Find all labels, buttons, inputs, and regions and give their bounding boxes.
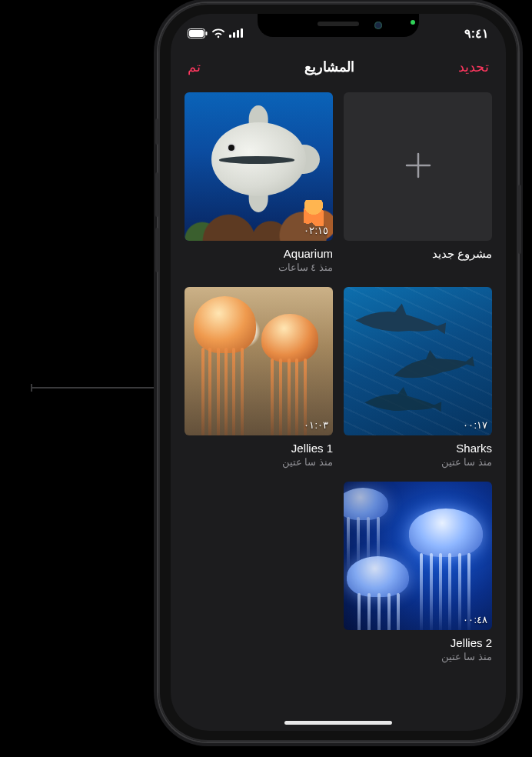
project-title: Aquarium <box>185 247 333 260</box>
thumbnail-image <box>344 482 492 630</box>
project-sharks: ٠٠:١٧ Sharks منذ سا عتين <box>344 287 492 468</box>
project-thumbnail[interactable]: ٠٠:٤٨ <box>344 482 492 630</box>
duration-label: ٠٢:١٥ <box>304 225 328 236</box>
thumbnail-image <box>185 287 333 435</box>
wifi-icon <box>211 28 225 38</box>
home-indicator[interactable] <box>284 721 392 725</box>
select-button[interactable]: تحديد <box>458 58 489 75</box>
project-subtitle: منذ سا عتين <box>344 651 492 662</box>
projects-grid: مشروع جديد ٠٢:١٥ Aquarium منذ ٤ ساعات <box>171 85 506 662</box>
plus-icon <box>402 149 434 185</box>
project-thumbnail[interactable]: ٠٠:١٧ <box>344 287 492 435</box>
duration-label: ٠١:٠٣ <box>304 419 328 431</box>
project-thumbnail[interactable]: ٠٢:١٥ <box>185 92 333 241</box>
power-button <box>518 185 521 254</box>
thumbnail-image <box>344 287 492 435</box>
privacy-indicator-dot <box>411 20 415 25</box>
done-button[interactable]: تم <box>188 58 201 75</box>
mute-switch <box>155 118 158 145</box>
notch <box>258 14 419 37</box>
front-camera <box>374 22 382 29</box>
volume-down-button <box>155 228 158 272</box>
duration-label: ٠٠:١٧ <box>463 419 487 431</box>
project-subtitle: منذ ٤ ساعات <box>185 262 333 273</box>
project-thumbnail[interactable]: ٠١:٠٣ <box>185 287 333 435</box>
svg-rect-2 <box>206 32 208 35</box>
project-title: Sharks <box>344 442 492 455</box>
screen: ٩:٤١ تحديد المشاريع تم مشروع جد <box>171 14 506 731</box>
new-project-cell: مشروع جديد <box>344 92 492 273</box>
duration-label: ٠٠:٤٨ <box>463 614 487 625</box>
new-project-button[interactable] <box>344 92 492 241</box>
page-title: المشاريع <box>304 58 354 75</box>
navigation-bar: تحديد المشاريع تم <box>171 48 506 85</box>
project-subtitle: منذ سا عتين <box>185 456 333 468</box>
speaker-grille <box>318 22 359 26</box>
project-title: Jellies 2 <box>344 636 492 649</box>
new-project-label: مشروع جديد <box>344 247 492 261</box>
cellular-bars-icon <box>229 28 243 38</box>
thumbnail-image <box>185 92 333 241</box>
svg-rect-1 <box>189 30 204 37</box>
project-aquarium: ٠٢:١٥ Aquarium منذ ٤ ساعات <box>185 92 333 273</box>
project-title: Jellies 1 <box>185 442 333 455</box>
battery-icon <box>188 28 208 38</box>
stage: ٩:٤١ تحديد المشاريع تم مشروع جد <box>0 0 532 757</box>
status-right: ٩:٤١ <box>464 26 489 41</box>
status-time: ٩:٤١ <box>464 26 489 41</box>
project-subtitle: منذ سا عتين <box>344 456 492 468</box>
phone-frame: ٩:٤١ تحديد المشاريع تم مشروع جد <box>158 3 518 742</box>
volume-up-button <box>155 172 158 217</box>
status-left <box>188 28 243 38</box>
project-jellies-1: ٠١:٠٣ Jellies 1 منذ سا عتين <box>185 287 333 468</box>
project-jellies-2: ٠٠:٤٨ Jellies 2 منذ سا عتين <box>344 482 492 662</box>
